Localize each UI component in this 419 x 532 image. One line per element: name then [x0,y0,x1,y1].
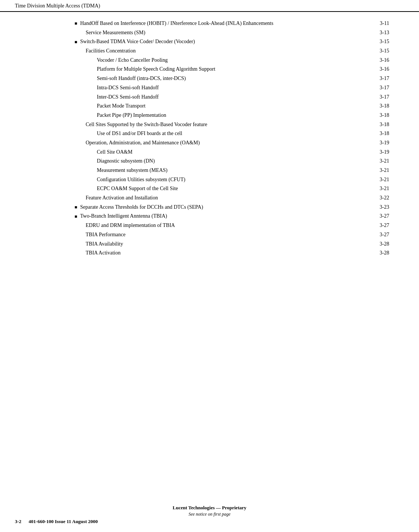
entry-page: 3-18 [371,111,389,119]
entry-page: 3-21 [371,185,389,193]
entry-page: 3-23 [371,203,389,211]
toc-text: ■HandOff Based on Interference (HOBIT) /… [74,19,371,28]
entry-label: Semi-soft Handoff (intra-DCS, inter-DCS) [97,76,186,81]
entry-label: Measurement subsystem (MEAS) [97,167,168,173]
doc-info: 401-660-100 Issue 11 August 2000 [29,519,98,524]
entry-page: 3-21 [371,157,389,165]
toc-text: Cell Sites Supported by the Switch-Based… [86,121,371,129]
entry-label: Configuration Utilities subsystem (CFUT) [97,177,185,182]
entry-page: 3-17 [371,74,389,83]
toc-entry: EDRU and DRM implementation of TBIA3-27 [74,221,389,230]
entry-page: 3-21 [371,176,389,184]
entry-page: 3-27 [371,221,389,230]
toc-text: TBIA Availability [86,240,371,248]
entry-label: Packet Mode Transport [97,103,146,109]
toc-text: Cell Site OA&M [97,148,371,156]
toc-text: TBIA Performance [86,231,371,239]
entry-label: Separate Access Thresholds for DCCHs and… [80,204,203,210]
toc-text: Feature Activation and Installation [86,194,371,202]
page-container: Time Division Multiple Access (TDMA) ■Ha… [0,0,419,532]
entry-page: 3-11 [371,19,389,28]
entry-label: Use of DS1 and/or DFI boards at the cell [97,131,182,136]
entry-page: 3-21 [371,166,389,174]
toc-entry: ECPC OA&M Support of the Cell Site3-21 [74,185,389,193]
bullet-icon: ■ [74,213,77,220]
toc-text: Packet Mode Transport [97,102,371,110]
entry-label: ECPC OA&M Support of the Cell Site [97,186,178,191]
toc-entry: Intra-DCS Semi-soft Handoff3-17 [74,84,389,92]
toc-text: Facilities Concentration [86,47,371,55]
entry-label: Switch-Based TDMA Voice Coder/ Decoder (… [80,39,195,44]
toc-entry: Semi-soft Handoff (intra-DCS, inter-DCS)… [74,74,389,83]
entry-page: 3-16 [371,65,389,73]
toc-entry: ■Two-Branch Intelligent Anntenna (TBIA)3… [74,212,389,220]
entry-label: Intra-DCS Semi-soft Handoff [97,85,159,90]
entry-label: Service Measurements (SM) [86,30,145,35]
bullet-icon: ■ [74,204,77,211]
toc-entry: ■HandOff Based on Interference (HOBIT) /… [74,19,389,28]
entry-page: 3-22 [371,194,389,202]
entry-label: EDRU and DRM implementation of TBIA [86,222,175,228]
toc-entry: Use of DS1 and/or DFI boards at the cell… [74,129,389,138]
entry-page: 3-18 [371,102,389,110]
toc-text: Inter-DCS Semi-soft Handoff [97,93,371,101]
toc-entry: Cell Site OA&M3-19 [74,148,389,156]
toc-text: ECPC OA&M Support of the Cell Site [97,185,371,193]
entry-label: Vocoder / Echo Canceller Pooling [97,57,168,63]
entry-page: 3-27 [371,212,389,220]
toc-entry: Vocoder / Echo Canceller Pooling3-16 [74,56,389,64]
entry-page: 3-13 [371,29,389,37]
entry-label: TBIA Activation [86,250,121,256]
bullet-icon: ■ [74,39,77,46]
toc-entry: Configuration Utilities subsystem (CFUT)… [74,176,389,184]
entry-label: Diagnostic subsystem (DN) [97,158,155,164]
entry-page: 3-17 [371,84,389,92]
toc-text: Operation, Administration, and Maintenan… [86,139,371,147]
toc-entry: Facilities Concentration3-15 [74,47,389,55]
toc-text: Measurement subsystem (MEAS) [97,166,371,174]
toc-entry: TBIA Activation3-28 [74,249,389,257]
toc-entry: Packet Pipe (PP) Implementation3-18 [74,111,389,119]
toc-entry: Cell Sites Supported by the Switch-Based… [74,121,389,129]
entry-label: Facilities Concentration [86,48,136,54]
toc-content: ■HandOff Based on Interference (HOBIT) /… [0,12,419,288]
entry-page: 3-18 [371,121,389,129]
toc-text: ■Two-Branch Intelligent Anntenna (TBIA) [74,212,371,220]
toc-entry: Operation, Administration, and Maintenan… [74,139,389,147]
entry-page: 3-16 [371,56,389,64]
footer-notice: See notice on first page [0,512,419,517]
toc-text: ■Separate Access Thresholds for DCCHs an… [74,203,371,211]
entry-page: 3-19 [371,148,389,156]
toc-entry: TBIA Performance3-27 [74,231,389,239]
toc-text: Service Measurements (SM) [86,29,371,37]
page-header: Time Division Multiple Access (TDMA) [0,0,419,12]
toc-text: Platform for Multiple Speech Coding Algo… [97,65,371,73]
entry-label: TBIA Performance [86,232,126,237]
entry-label: TBIA Availability [86,241,123,247]
entry-page: 3-28 [371,240,389,248]
footer-area: Lucent Technologies — Proprietary See no… [0,505,419,517]
toc-entry: Packet Mode Transport3-18 [74,102,389,110]
toc-text: Diagnostic subsystem (DN) [97,157,371,165]
toc-entry: Diagnostic subsystem (DN)3-21 [74,157,389,165]
entry-page: 3-17 [371,93,389,101]
toc-entry: Platform for Multiple Speech Coding Algo… [74,65,389,73]
bullet-icon: ■ [74,20,77,27]
toc-text: Vocoder / Echo Canceller Pooling [97,56,371,64]
toc-entry: Inter-DCS Semi-soft Handoff3-17 [74,93,389,101]
entry-label: Cell Site OA&M [97,149,133,155]
entry-label: Packet Pipe (PP) Implementation [97,112,166,118]
toc-text: TBIA Activation [86,249,371,257]
toc-text: Use of DS1 and/or DFI boards at the cell [97,129,371,138]
page-number: 3-2 [15,519,21,524]
entry-label: Operation, Administration, and Maintenan… [86,140,200,145]
toc-text: EDRU and DRM implementation of TBIA [86,221,371,230]
toc-text: Packet Pipe (PP) Implementation [97,111,371,119]
toc-text: Intra-DCS Semi-soft Handoff [97,84,371,92]
toc-entry: Service Measurements (SM)3-13 [74,29,389,37]
toc-entry: ■Switch-Based TDMA Voice Coder/ Decoder … [74,38,389,46]
entry-label: Cell Sites Supported by the Switch-Based… [86,122,207,127]
toc-entry: Feature Activation and Installation3-22 [74,194,389,202]
toc-text: Configuration Utilities subsystem (CFUT) [97,176,371,184]
entry-page: 3-15 [371,47,389,55]
